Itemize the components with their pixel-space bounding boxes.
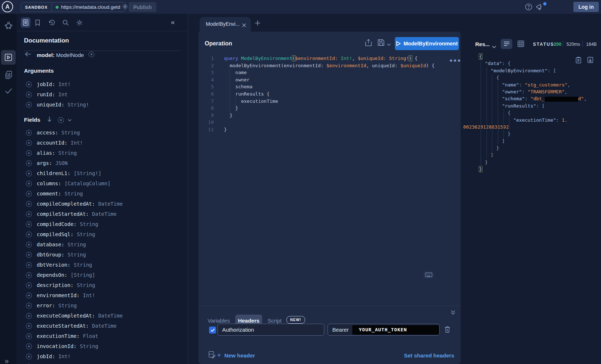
- set-shared-headers-link[interactable]: Set shared headers: [404, 352, 454, 359]
- field-type[interactable]: DateTime: [98, 201, 123, 207]
- collapse-bottom-panel-icon[interactable]: [450, 310, 456, 316]
- doc-field-row[interactable]: compiledSql:String: [17, 229, 188, 239]
- add-type-button[interactable]: [88, 51, 95, 57]
- help-icon[interactable]: [525, 3, 532, 12]
- doc-field-row[interactable]: compileCompletedAt:DateTime: [17, 199, 188, 209]
- response-view-raw-active[interactable]: [501, 39, 512, 49]
- doc-field-row[interactable]: dependsOn:[String]: [17, 270, 188, 280]
- field-type[interactable]: String: [61, 130, 80, 136]
- code-line[interactable]: 6 runResults {: [199, 90, 461, 98]
- add-field-icon[interactable]: [26, 231, 32, 238]
- share-operation-icon[interactable]: [365, 39, 372, 48]
- close-tab-icon[interactable]: [242, 22, 246, 29]
- bookmarks-icon[interactable]: [35, 19, 41, 28]
- add-field-icon[interactable]: [26, 272, 32, 278]
- header-key-input[interactable]: [217, 324, 324, 336]
- field-type[interactable]: Int!: [83, 292, 95, 298]
- response-panel-title[interactable]: Res...: [475, 41, 490, 47]
- field-type[interactable]: String: [77, 231, 95, 237]
- endpoint-url-input[interactable]: [61, 4, 121, 10]
- doc-field-row[interactable]: error:String: [17, 300, 188, 311]
- code-line[interactable]: 2 modelByEnvironment(environmentId: $env…: [199, 62, 461, 69]
- code-line[interactable]: 8 }: [199, 105, 461, 112]
- doc-field-row[interactable]: executionTime:Float: [17, 331, 188, 341]
- doc-field-row[interactable]: args:JSON: [17, 158, 188, 168]
- code-line[interactable]: 11}: [199, 126, 461, 133]
- field-type[interactable]: [String]: [71, 272, 95, 278]
- doc-field-row[interactable]: access:String: [17, 128, 188, 138]
- response-dropdown-chevron-icon[interactable]: [492, 43, 496, 50]
- field-type[interactable]: String: [74, 262, 92, 268]
- history-icon[interactable]: [48, 19, 55, 28]
- field-type[interactable]: Int!: [59, 353, 71, 359]
- doc-field-row-partial[interactable]: [17, 361, 188, 364]
- add-field-icon[interactable]: [26, 150, 32, 156]
- tab-script[interactable]: Script: [268, 318, 281, 324]
- keyboard-shortcuts-icon[interactable]: [423, 271, 434, 278]
- add-field-icon[interactable]: [26, 292, 32, 299]
- add-field-icon[interactable]: [88, 52, 95, 58]
- add-field-icon[interactable]: [26, 262, 32, 268]
- add-field-icon[interactable]: [58, 118, 64, 124]
- doc-field-row[interactable]: runId:Int: [17, 89, 188, 100]
- add-field-icon[interactable]: [26, 130, 32, 136]
- add-field-icon[interactable]: [26, 333, 32, 339]
- response-view-table-icon[interactable]: [517, 40, 524, 49]
- add-field-icon[interactable]: [26, 282, 32, 288]
- field-type[interactable]: [String!]: [74, 170, 101, 176]
- code-line[interactable]: 9 }: [199, 112, 461, 119]
- field-type[interactable]: String: [59, 150, 77, 156]
- collapse-docs-icon[interactable]: «: [171, 18, 175, 26]
- search-icon[interactable]: [62, 19, 69, 28]
- operation-tab[interactable]: ModelByEnvi...: [200, 17, 251, 32]
- doc-field-row[interactable]: invocationId:String: [17, 341, 188, 351]
- field-type[interactable]: String: [80, 343, 99, 349]
- add-field-icon[interactable]: [26, 191, 32, 197]
- field-type[interactable]: Float: [83, 333, 98, 339]
- add-field-icon[interactable]: [26, 353, 32, 360]
- tab-variables[interactable]: Variables: [208, 318, 230, 324]
- code-line[interactable]: 5 schema: [199, 83, 461, 90]
- doc-field-row[interactable]: alias:String: [17, 148, 188, 158]
- settings-gear-icon[interactable]: [76, 19, 83, 28]
- field-type[interactable]: String: [68, 252, 86, 258]
- sort-descending-icon[interactable]: [47, 116, 52, 124]
- fields-options-chevron-icon[interactable]: [68, 117, 72, 123]
- add-field-icon[interactable]: [26, 160, 32, 166]
- field-type[interactable]: DateTime: [92, 323, 116, 329]
- add-all-fields-button[interactable]: [58, 117, 64, 123]
- field-type[interactable]: DateTime: [92, 211, 116, 217]
- documentation-tab-active[interactable]: [21, 17, 31, 28]
- changelog-icon[interactable]: [4, 70, 13, 81]
- add-field-icon[interactable]: [26, 102, 32, 108]
- add-field-icon[interactable]: [26, 81, 32, 88]
- field-type[interactable]: Int!: [71, 140, 83, 146]
- add-field-icon[interactable]: [26, 242, 32, 248]
- doc-field-row[interactable]: executeCompletedAt:DateTime: [17, 311, 188, 321]
- doc-field-row[interactable]: accountId:Int!: [17, 138, 188, 148]
- code-line[interactable]: 1query ModelByEnvironment($environmentId…: [199, 55, 461, 62]
- add-field-icon[interactable]: [26, 92, 32, 98]
- edit-raw-headers-icon[interactable]: [208, 351, 216, 360]
- operation-code-editor[interactable]: 1query ModelByEnvironment($environmentId…: [199, 55, 461, 133]
- field-type[interactable]: [CatalogColumn]: [64, 181, 110, 186]
- field-type[interactable]: String: [80, 221, 99, 227]
- explorer-nav-item[interactable]: [1, 50, 16, 65]
- new-header-button[interactable]: + New header: [217, 351, 255, 359]
- add-field-icon[interactable]: [26, 323, 32, 329]
- announcements-megaphone-icon[interactable]: [536, 3, 544, 12]
- code-line[interactable]: 10: [199, 119, 461, 126]
- doc-field-row[interactable]: jobId:Int!: [17, 79, 188, 89]
- new-tab-icon[interactable]: [255, 20, 261, 28]
- delete-header-icon[interactable]: [444, 326, 450, 335]
- code-line[interactable]: 4 owner: [199, 76, 461, 84]
- schema-graph-icon[interactable]: [4, 21, 13, 31]
- field-type[interactable]: String: [64, 191, 83, 197]
- header-enabled-checkbox[interactable]: [209, 327, 216, 333]
- add-field-icon[interactable]: [26, 303, 32, 309]
- code-line[interactable]: 3 name: [199, 69, 461, 76]
- login-button[interactable]: Log in: [573, 2, 599, 12]
- endpoint-settings-gear-icon[interactable]: [122, 4, 128, 11]
- doc-field-row[interactable]: childrenL1:[String!]: [17, 168, 188, 178]
- doc-field-row[interactable]: compileStartedAt:DateTime: [17, 209, 188, 219]
